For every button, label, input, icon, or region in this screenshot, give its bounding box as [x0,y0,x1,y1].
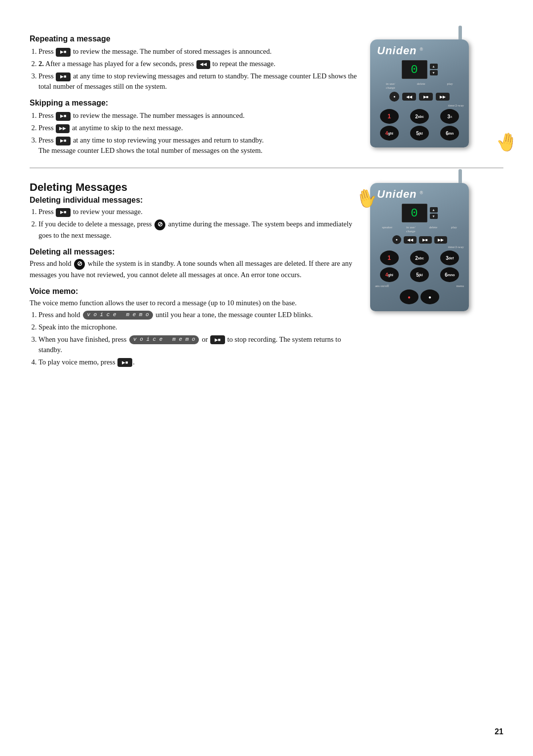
device2-antenna [458,169,462,183]
delete-circle-btn2: ⊘ [74,259,85,270]
play-btn-vm: ▶■ [117,358,132,367]
ctrl-circle: ● [389,92,399,102]
list-item: To play voice memo, press ▶■. [38,357,360,367]
brand2-trademark: ® [420,190,424,195]
play-btn-del: ▶■ [56,208,71,217]
del-all-text: Press and hold ⊘ while the system is in … [30,258,360,280]
repeating-heading: Repeating a message [30,35,360,43]
delete-circle-btn: ⊘ [154,219,165,230]
voice-memo-section: Voice memo: The voice memo function allo… [30,287,360,367]
play2-label: play [451,225,457,233]
page-number: 21 [495,727,503,736]
num2-5: 5 jkl [410,267,429,282]
num-4: 4 ghi [380,126,399,141]
del-individual-heading: Deleting individual messages: [30,196,360,205]
voice-memo-heading: Voice memo: [30,287,360,296]
ctrl2-ff: ▶▶ [434,236,447,244]
device1: Uniden ® 0 ▲ ▼ in use/charge d [370,39,469,147]
device2-display: 0 [402,204,427,222]
ctrl-ff: ▶▶ [436,93,450,101]
device1-numpad: 1 2abc 3a 4 ghi 5 jkl 6mn [375,109,464,141]
ctrl-play: ▶■ [419,93,433,101]
device2-display-row: 0 ▲ ▼ [375,204,464,222]
device1-antenna [458,26,462,39]
num2-3: 3def [440,251,459,265]
deleting-individual: Deleting individual messages: Press ▶■ t… [30,196,360,241]
del-all-heading: Deleting all messages: [30,248,360,256]
divider [30,168,503,168]
deleting-section: Deleting Messages Deleting individual me… [30,181,360,367]
while-system-is-text: while the system is [88,259,143,267]
num-6: 6mn [440,126,459,141]
num-1: 1 [380,109,399,124]
list-item: Press ▶■ at any time to stop reviewing y… [38,135,360,156]
bold-label: 2. [38,60,44,68]
list-item: If you decide to delete a message, press… [38,219,360,241]
top-text-column: Repeating a message Press ▶■ to review t… [30,35,360,163]
play-stop-button: ▶■ [56,48,71,57]
device2: Uniden ® 0 ▲ ▼ speaker in use/ [370,183,469,311]
ctrl2-circle: ● [392,235,401,244]
extra-btn2: ● [420,289,439,304]
in-use2-label: in use/charge [406,225,416,233]
play-stop-btn3: ▶■ [210,335,225,344]
device1-display-row: 0 ▲ ▼ [375,60,464,79]
time-2way-label: time/2-way [375,104,464,108]
menu-label: menu [456,284,464,288]
device2-nav: ▲ ▼ [430,207,438,219]
device2-extra-labels: ans on/off menu [375,284,464,288]
brand-trademark: ® [420,47,424,52]
list-item: Press ▶■ at any time to stop reviewing m… [38,71,360,92]
list-item: Press ▶■ to review the message. The numb… [38,110,360,121]
list-item: 2. After a message has played for a few … [38,59,360,69]
list-item: When you have finished, press v o i c e … [38,334,360,355]
nav2-down: ▼ [430,214,438,219]
list-item: Press and hold v o i c e m e m o until y… [38,310,360,320]
skipping-steps: Press ▶■ to review the message. The numb… [30,110,360,156]
play-btn: ▶■ [56,112,71,121]
nav-up: ▲ [430,64,438,69]
voice-memo-steps: Press and hold v o i c e m e m o until y… [30,310,360,367]
device1-display: 0 [402,60,427,79]
num2-6: 6mno [440,267,459,282]
skipping-section: Skipping a message: Press ▶■ to review t… [30,99,360,156]
num-2: 2abc [410,109,429,124]
voice-memo-label2: v o i c e m e m o [129,335,199,344]
voice-memo-intro: The voice memo function allows the user … [30,298,360,308]
num-5: 5 jkl [410,126,429,141]
rewind-button: ◀◀ [196,60,210,69]
num2-2: 2abc [410,251,429,265]
voice-memo-label1: v o i c e m e m o [83,311,152,320]
del-individual-steps: Press ▶■ to review your message. If you … [30,207,360,241]
speaker-label: speaker [382,225,392,233]
nav2-up: ▲ [430,207,438,213]
deleting-all: Deleting all messages: Press and hold ⊘ … [30,248,360,280]
device1-labels: in use/charge delete play [375,82,464,90]
time-2way2-label: time/2-way [375,245,464,249]
device2-extra-btns: ● ● [375,289,464,304]
ctrl2-play: ▶■ [419,236,432,244]
num-3: 3a [440,109,459,124]
num2-4: 4 ghi [380,267,399,282]
extra-btn1: ● [400,289,419,304]
repeating-section: Repeating a message Press ▶■ to review t… [30,35,360,92]
ans-onoff-label: ans on/off [375,284,389,288]
delete2-label: delete [429,225,437,233]
repeating-steps: Press ▶■ to review the message. The numb… [30,46,360,92]
list-item: Speak into the microphone. [38,322,360,332]
device1-nav: ▲ ▼ [430,64,438,75]
skipping-heading: Skipping a message: [30,99,360,108]
device2-controls: ● ◀◀ ▶■ ▶▶ [375,235,464,244]
play-stop-button2: ▶■ [56,72,71,81]
device1-container: Uniden ® 0 ▲ ▼ in use/charge d [370,35,503,163]
device1-controls: ● ◀◀ ▶■ ▶▶ [375,92,464,102]
brand-text: Uniden [377,44,417,57]
page: Repeating a message Press ▶■ to review t… [0,0,533,756]
delete-label: delete [417,82,425,90]
ff-button: ▶▶ [56,124,70,133]
play-btn2: ▶■ [56,137,71,145]
in-use-label: in use/charge [386,82,395,90]
play-label: play [447,82,453,90]
ctrl2-rew: ◀◀ [404,236,417,244]
device2-brand: Uniden ® [375,188,464,201]
